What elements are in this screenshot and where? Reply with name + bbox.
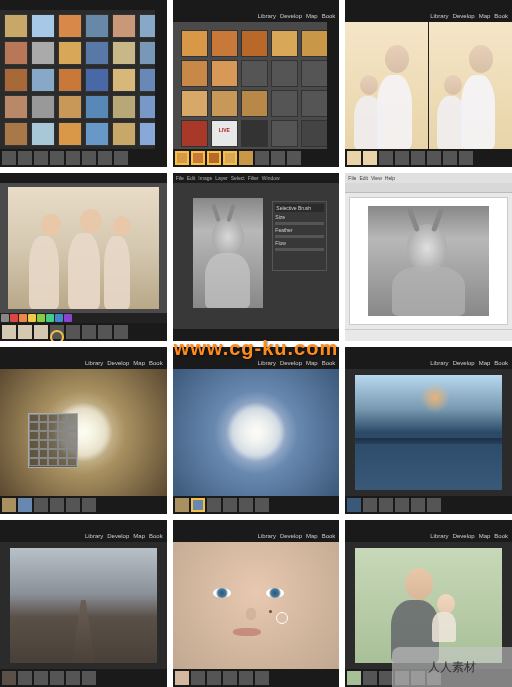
compare-canvas[interactable] — [345, 22, 512, 149]
tab-develop[interactable]: Develop — [280, 360, 302, 366]
tab-book[interactable]: Book — [322, 533, 336, 539]
menubar[interactable]: File Edit View Help — [345, 173, 512, 183]
tab-book[interactable]: Book — [494, 360, 508, 366]
library-canvas[interactable]: LIVE — [173, 22, 340, 149]
filmstrip[interactable] — [0, 496, 167, 514]
tab-library[interactable]: Library — [85, 533, 103, 539]
adjustment-panel[interactable]: Selective Brush Size Feather Flow — [272, 201, 327, 271]
cell-photoshop-bw-portrait[interactable]: File Edit Image Layer Select Filter Wind… — [173, 173, 340, 340]
label-red[interactable] — [10, 314, 18, 322]
label-yellow[interactable] — [28, 314, 36, 322]
tab-book[interactable]: Book — [494, 533, 508, 539]
tab-library[interactable]: Library — [258, 13, 276, 19]
filmstrip[interactable] — [173, 496, 340, 514]
label-none[interactable] — [1, 314, 9, 322]
menu-edit[interactable]: Edit — [187, 175, 196, 181]
slider-feather[interactable] — [275, 235, 324, 238]
tab-develop[interactable]: Develop — [280, 533, 302, 539]
develop-canvas[interactable] — [0, 369, 167, 496]
menu-help[interactable]: Help — [385, 175, 395, 181]
tab-book[interactable]: Book — [322, 360, 336, 366]
tab-develop[interactable]: Develop — [107, 360, 129, 366]
develop-canvas[interactable] — [355, 375, 502, 490]
tab-library[interactable]: Library — [430, 533, 448, 539]
filmstrip[interactable] — [0, 149, 167, 167]
menu-edit[interactable]: Edit — [359, 175, 368, 181]
tab-map[interactable]: Map — [133, 533, 145, 539]
develop-canvas[interactable] — [173, 369, 340, 496]
right-panel[interactable] — [155, 10, 167, 149]
preview-canvas[interactable] — [349, 197, 508, 324]
menu-file[interactable]: File — [176, 175, 184, 181]
library-canvas[interactable] — [0, 10, 167, 149]
cell-library-grid-selected[interactable]: Library Develop Map Book LIVE — [173, 0, 340, 167]
menu-image[interactable]: Image — [198, 175, 212, 181]
tab-map[interactable]: Map — [133, 360, 145, 366]
label-orange[interactable] — [19, 314, 27, 322]
tab-book[interactable]: Book — [494, 13, 508, 19]
right-panel[interactable] — [327, 22, 339, 149]
filmstrip[interactable] — [345, 149, 512, 167]
toolbar[interactable] — [345, 183, 512, 193]
cell-library-grid-many[interactable] — [0, 0, 167, 167]
tab-map[interactable]: Map — [306, 533, 318, 539]
module-tabs[interactable]: Library Develop Map Book — [345, 357, 512, 369]
module-tabs[interactable]: Library Develop Map Book — [345, 10, 512, 22]
slider-size[interactable] — [275, 222, 324, 225]
module-tabs[interactable]: Library Develop Map Book — [345, 530, 512, 542]
tab-library[interactable]: Library — [85, 360, 103, 366]
tab-map[interactable]: Map — [479, 13, 491, 19]
photoshop-canvas[interactable]: Selective Brush Size Feather Flow — [173, 183, 340, 328]
menubar[interactable]: File Edit Image Layer Select Filter Wind… — [173, 173, 340, 183]
filmstrip[interactable] — [173, 669, 340, 687]
watermark-grid-overlay[interactable] — [28, 413, 78, 468]
tab-map[interactable]: Map — [479, 533, 491, 539]
cell-develop-lake[interactable]: Library Develop Map Book — [345, 347, 512, 514]
cell-library-loupe-beach[interactable] — [0, 173, 167, 340]
menu-window[interactable]: Window — [262, 175, 280, 181]
label-blue[interactable] — [55, 314, 63, 322]
tab-library[interactable]: Library — [430, 13, 448, 19]
filmstrip[interactable] — [173, 149, 340, 167]
tab-map[interactable]: Map — [306, 360, 318, 366]
tab-develop[interactable]: Develop — [107, 533, 129, 539]
menu-filter[interactable]: Filter — [248, 175, 259, 181]
cell-develop-road[interactable]: Library Develop Map Book — [0, 520, 167, 687]
cell-develop-dandelion-warm[interactable]: Library Develop Map Book — [0, 347, 167, 514]
tab-develop[interactable]: Develop — [453, 13, 475, 19]
slider-flow[interactable] — [275, 248, 324, 251]
label-purple[interactable] — [64, 314, 72, 322]
tab-book[interactable]: Book — [322, 13, 336, 19]
module-tabs[interactable]: Library Develop Map Book — [0, 530, 167, 542]
filmstrip[interactable] — [0, 669, 167, 687]
label-green[interactable] — [37, 314, 45, 322]
menu-layer[interactable]: Layer — [215, 175, 228, 181]
tab-map[interactable]: Map — [479, 360, 491, 366]
tab-book[interactable]: Book — [149, 533, 163, 539]
tab-library[interactable]: Library — [430, 360, 448, 366]
module-tabs[interactable]: Library Develop Map Book — [173, 530, 340, 542]
filmstrip[interactable] — [345, 496, 512, 514]
tab-develop[interactable]: Develop — [453, 360, 475, 366]
menu-view[interactable]: View — [371, 175, 382, 181]
tab-book[interactable]: Book — [149, 360, 163, 366]
develop-canvas[interactable] — [10, 548, 157, 663]
tab-develop[interactable]: Develop — [280, 13, 302, 19]
tab-map[interactable]: Map — [306, 13, 318, 19]
label-teal[interactable] — [46, 314, 54, 322]
module-tabs[interactable]: Library Develop Map Book — [0, 357, 167, 369]
cell-develop-compare-wedding[interactable]: Library Develop Map Book — [345, 0, 512, 167]
menu-select[interactable]: Select — [231, 175, 245, 181]
cell-develop-face-healing[interactable]: Library Develop Map Book — [173, 520, 340, 687]
tab-library[interactable]: Library — [258, 360, 276, 366]
module-tabs[interactable]: Library Develop Map Book — [173, 10, 340, 22]
tab-develop[interactable]: Develop — [453, 533, 475, 539]
menu-file[interactable]: File — [348, 175, 356, 181]
tab-library[interactable]: Library — [258, 533, 276, 539]
loupe-canvas[interactable] — [8, 187, 159, 308]
cell-develop-dandelion-cool[interactable]: Library Develop Map Book — [173, 347, 340, 514]
develop-canvas[interactable] — [173, 542, 340, 669]
color-label-toolbar[interactable] — [0, 313, 167, 323]
filmstrip[interactable] — [0, 323, 167, 341]
develop-canvas[interactable] — [355, 548, 502, 663]
